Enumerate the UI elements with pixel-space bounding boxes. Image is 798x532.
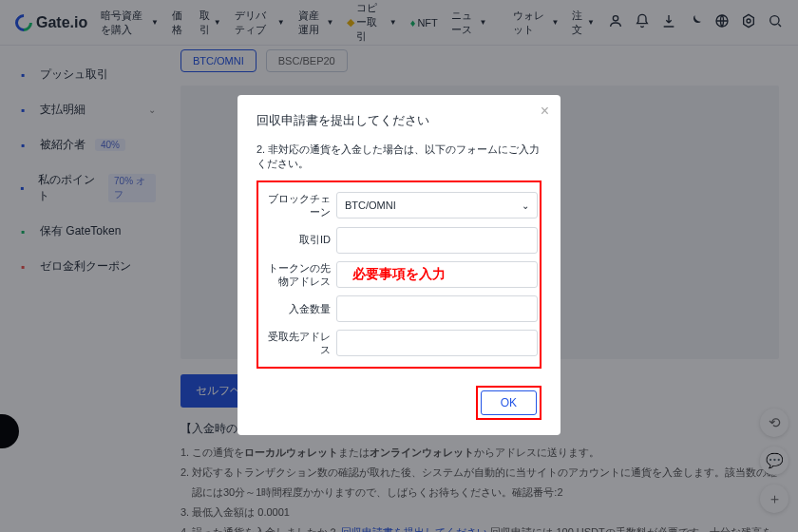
amount-label: 入金数量: [260, 302, 331, 315]
close-icon[interactable]: ×: [541, 103, 549, 120]
token-address-label: トークンの先物アドレス: [260, 261, 331, 289]
txid-label: 取引ID: [260, 233, 331, 246]
modal-overlay[interactable]: × 回収申請書を提出してください 2. 非対応の通貨を入金した場合は、以下のフォ…: [0, 0, 798, 532]
modal-title: 回収申請書を提出してください: [256, 112, 542, 129]
txid-input[interactable]: [336, 227, 538, 254]
modal-subtitle: 2. 非対応の通貨を入金した場合は、以下のフォームにご入力ください。: [256, 142, 542, 171]
blockchain-select[interactable]: BTC/OMNI⌄: [336, 192, 538, 218]
amount-input[interactable]: [336, 295, 538, 322]
chevron-down-icon: ⌄: [522, 200, 529, 211]
recv-address-input[interactable]: [336, 330, 538, 356]
form-highlight: ブロックチェーン BTC/OMNI⌄ 取引ID トークンの先物アドレス 必要事項…: [256, 180, 542, 369]
recovery-modal: × 回収申請書を提出してください 2. 非対応の通貨を入金した場合は、以下のフォ…: [238, 95, 560, 435]
recv-address-label: 受取先アドレス: [260, 330, 331, 357]
ok-highlight: OK: [476, 386, 542, 420]
blockchain-label: ブロックチェーン: [260, 192, 331, 219]
ok-button[interactable]: OK: [481, 390, 537, 415]
token-address-input[interactable]: [336, 261, 538, 288]
